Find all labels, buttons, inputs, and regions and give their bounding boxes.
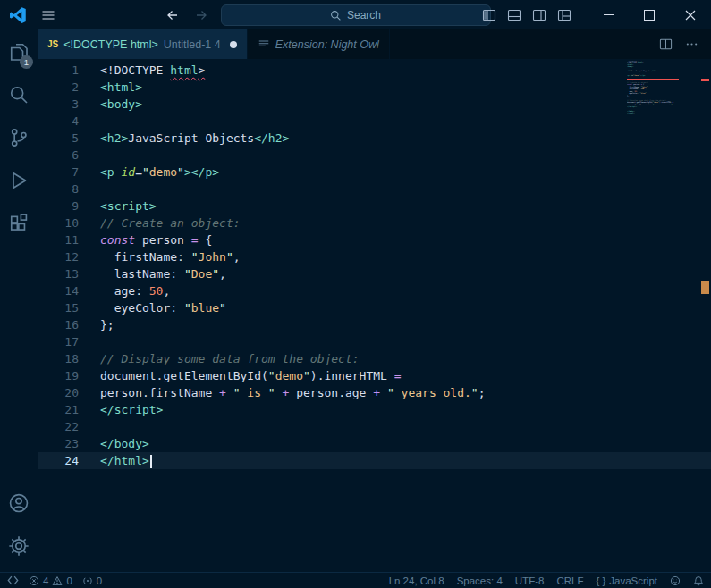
code-token: JavaScript Objects bbox=[128, 131, 254, 145]
extension-editor-icon bbox=[258, 38, 270, 51]
code-token: <h2> bbox=[100, 131, 128, 145]
code-token: , bbox=[233, 250, 241, 264]
code-token: id bbox=[121, 165, 135, 179]
line-number: 24 bbox=[38, 452, 79, 469]
sidebar-item-extensions[interactable] bbox=[0, 203, 38, 244]
toggle-panel-icon[interactable] bbox=[507, 8, 521, 22]
code-line[interactable]: 3<body> bbox=[38, 96, 711, 113]
maximize-icon bbox=[644, 10, 655, 21]
braces-icon: { } bbox=[596, 575, 605, 586]
line-number: 20 bbox=[38, 384, 79, 401]
line-content bbox=[79, 333, 100, 350]
line-content: <script> bbox=[79, 197, 157, 214]
modified-dot-icon[interactable] bbox=[230, 41, 237, 48]
account-button[interactable] bbox=[0, 483, 38, 524]
editor[interactable]: 1<!DOCTYPE html>2<html>3<body>45<h2>Java… bbox=[38, 59, 711, 572]
overview-ruler[interactable] bbox=[699, 59, 711, 572]
code-token: " bbox=[303, 369, 310, 382]
code-token: ></p> bbox=[184, 165, 219, 179]
tab-untitled-1[interactable]: JS <!DOCTYPE html> Untitled-1 4 bbox=[38, 29, 248, 59]
code-line[interactable]: 19document.getElementById("demo").innerH… bbox=[38, 367, 711, 384]
code-line[interactable]: 12 firstName: "John", bbox=[38, 248, 711, 265]
code-line[interactable]: 17 bbox=[38, 333, 711, 350]
customize-layout-icon[interactable] bbox=[557, 8, 571, 22]
code-line[interactable]: 9<script> bbox=[38, 197, 711, 214]
line-number: 11 bbox=[38, 231, 79, 248]
code-line[interactable]: 14 age: 50, bbox=[38, 282, 711, 299]
sidebar-item-search[interactable] bbox=[0, 74, 38, 115]
code-line[interactable]: 23</body> bbox=[38, 435, 711, 452]
problems-status[interactable]: 4 0 bbox=[29, 575, 72, 586]
explorer-badge: 1 bbox=[20, 55, 33, 69]
eol-sequence[interactable]: CRLF bbox=[556, 575, 583, 586]
warning-icon bbox=[52, 575, 63, 586]
code-line[interactable]: 7<p id="demo"></p> bbox=[38, 164, 711, 181]
sidebar-item-explorer[interactable]: 1 bbox=[0, 31, 38, 72]
code-token: }; bbox=[100, 318, 114, 332]
encoding[interactable]: UTF-8 bbox=[515, 575, 545, 586]
split-editor-icon[interactable] bbox=[659, 38, 673, 51]
line-content: document.getElementById("demo").innerHTM… bbox=[79, 367, 402, 384]
notifications-bell-icon[interactable] bbox=[693, 575, 704, 586]
code-line[interactable]: 18// Display some data from the object: bbox=[38, 350, 711, 367]
code-token: John bbox=[199, 250, 226, 264]
command-center-search[interactable]: Search bbox=[221, 4, 491, 26]
back-arrow-icon[interactable] bbox=[165, 8, 180, 22]
toggle-sidebar-icon[interactable] bbox=[482, 8, 496, 22]
ports-status[interactable]: 0 bbox=[82, 575, 102, 586]
line-number: 9 bbox=[38, 197, 79, 214]
code-token: person.age bbox=[289, 386, 373, 399]
code-line[interactable]: 11const person = { bbox=[38, 231, 711, 248]
code-token: " bbox=[219, 301, 226, 315]
code-line[interactable]: 21</script> bbox=[38, 401, 711, 418]
title-bar: Search bbox=[0, 0, 711, 29]
code-token: " bbox=[387, 386, 394, 399]
code-line[interactable]: 15 eyeColor: "blue" bbox=[38, 299, 711, 316]
line-number: 4 bbox=[38, 113, 79, 130]
code-token: eyeColor: bbox=[100, 301, 184, 315]
minimize-button[interactable] bbox=[588, 0, 629, 29]
code-line[interactable]: 2<html> bbox=[38, 79, 711, 96]
code-line[interactable]: 8 bbox=[38, 181, 711, 197]
gear-icon bbox=[8, 535, 30, 557]
minimap[interactable]: <!DOCTYPE html><html><body><h2>JavaScrip… bbox=[627, 61, 679, 114]
code-line[interactable]: 5<h2>JavaScript Objects</h2> bbox=[38, 130, 711, 147]
line-content bbox=[79, 113, 100, 130]
sidebar-item-run-debug[interactable] bbox=[0, 160, 38, 201]
code-line[interactable]: 6 bbox=[38, 147, 711, 164]
code-token: " bbox=[142, 165, 149, 179]
code-line[interactable]: 13 lastName: "Doe", bbox=[38, 265, 711, 282]
maximize-button[interactable] bbox=[629, 0, 670, 29]
code-token: const bbox=[100, 233, 135, 247]
language-mode[interactable]: { } JavaScript bbox=[596, 575, 657, 586]
code-token: age: bbox=[100, 284, 149, 298]
code-line[interactable]: 22 bbox=[38, 418, 711, 435]
indentation[interactable]: Spaces: 4 bbox=[457, 575, 503, 586]
forward-arrow-icon[interactable] bbox=[194, 8, 208, 22]
code-token: html bbox=[170, 63, 198, 77]
tab-extension-night-owl[interactable]: Extension: Night Owl bbox=[248, 29, 390, 59]
remote-indicator[interactable] bbox=[7, 575, 19, 586]
line-number: 13 bbox=[38, 265, 79, 282]
code-line[interactable]: 4 bbox=[38, 113, 711, 130]
toggle-secondary-sidebar-icon[interactable] bbox=[532, 8, 546, 22]
sidebar-item-source-control[interactable] bbox=[0, 117, 38, 158]
code-line[interactable]: 10// Create an object: bbox=[38, 214, 711, 231]
code-line[interactable]: 16}; bbox=[38, 316, 711, 333]
run-debug-icon bbox=[8, 170, 30, 191]
close-button[interactable] bbox=[670, 0, 711, 29]
line-content bbox=[79, 181, 100, 197]
code-line[interactable]: 20person.firstName + " is " + person.age… bbox=[38, 384, 711, 401]
settings-button[interactable] bbox=[0, 525, 38, 567]
line-number: 22 bbox=[38, 418, 79, 435]
line-content: <h2>JavaScript Objects</h2> bbox=[79, 130, 289, 147]
code-token: </script> bbox=[100, 403, 163, 416]
menu-icon[interactable] bbox=[41, 8, 55, 22]
code-token: " bbox=[268, 369, 275, 382]
code-line[interactable]: 24</html> bbox=[38, 452, 711, 469]
cursor-position[interactable]: Ln 24, Col 8 bbox=[389, 575, 444, 586]
more-actions-icon[interactable] bbox=[685, 38, 698, 51]
extensions-icon bbox=[8, 213, 30, 234]
language-status-icon[interactable] bbox=[670, 575, 681, 586]
code-line[interactable]: 1<!DOCTYPE html> bbox=[38, 62, 711, 79]
